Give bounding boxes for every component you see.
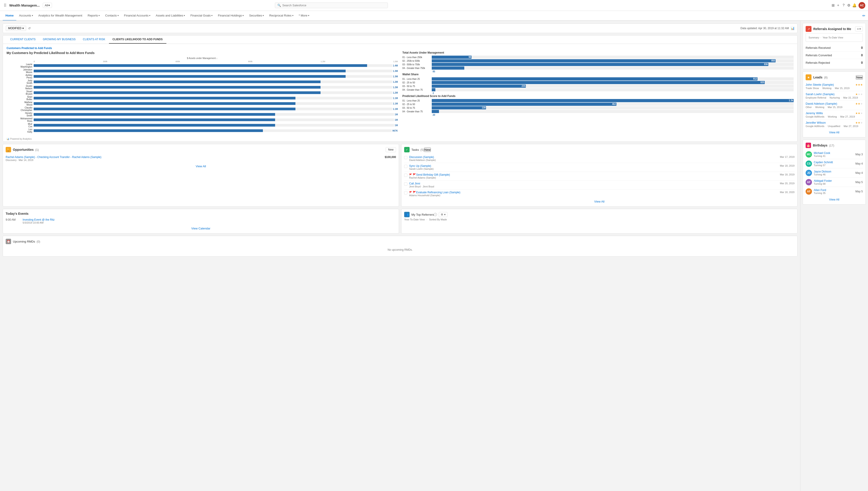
notifications-icon[interactable]: 🔔	[852, 3, 857, 7]
grid-icon[interactable]: ⊞	[832, 3, 835, 7]
nav-item-more[interactable]: * More ▾	[296, 11, 312, 21]
nav-item-home[interactable]: Home	[3, 11, 16, 21]
tasks-new-button[interactable]: New	[424, 148, 431, 152]
view-calendar: View Calendar	[6, 225, 396, 231]
modified-button[interactable]: MODIFIED ▾	[6, 26, 26, 31]
task-checkbox[interactable]	[404, 156, 407, 159]
task-checkbox[interactable]	[404, 165, 407, 168]
task-info: 🚩Evaluate Refinancing Loan (Sample) Adam…	[409, 191, 778, 197]
opportunity-sub: Discovery · Mar 14, 2019	[6, 159, 396, 162]
bar-fill	[34, 124, 275, 126]
opportunities-view-all-link[interactable]: View All	[196, 165, 206, 168]
lead-name-link[interactable]: David Adelson (Sample)	[806, 102, 837, 105]
search-bar[interactable]: 🔍	[275, 2, 388, 8]
task-name-link[interactable]: 🚩Send Birthday Gift (Sample)	[409, 173, 778, 176]
birthdays-view-all: View All	[806, 196, 863, 202]
hbar-value: 20	[432, 114, 435, 116]
birthdays-view-all-link[interactable]: View All	[829, 198, 839, 201]
lead-name-link[interactable]: Jennifer Wilson	[806, 121, 826, 124]
search-icon: 🔍	[277, 4, 281, 7]
refresh-icon[interactable]: ↺	[28, 26, 31, 30]
birthday-name-link[interactable]: Abbigail Foster	[814, 179, 854, 182]
bar-label: LaurieWashington	[6, 63, 34, 68]
leads-new-button[interactable]: New	[856, 75, 863, 80]
events-referrers-row: Today's Events 9:00 AM Investing Event @…	[3, 209, 798, 233]
birthday-name-link[interactable]: Michael Cook	[814, 151, 854, 155]
nav-item-assets[interactable]: Assets and Liabilities ▾	[153, 11, 188, 21]
chart-icon[interactable]: 📊	[791, 26, 795, 30]
bar-fill	[34, 118, 275, 121]
bar-value: 1.1M	[393, 103, 398, 105]
opportunity-name-link[interactable]: Rachel Adams (Sample) - Checking Account…	[6, 155, 101, 159]
right-bar-row: 03 - 50 to 75 139	[402, 106, 794, 109]
tasks-view-all-link[interactable]: View All	[594, 200, 604, 203]
help-icon[interactable]: ？	[842, 3, 845, 8]
bar-track	[34, 124, 394, 126]
task-name-link[interactable]: 🚩Evaluate Refinancing Loan (Sample)	[409, 191, 778, 194]
search-input[interactable]	[282, 4, 385, 7]
tab-growing-business[interactable]: GROWING MY BUSINESS	[39, 35, 79, 44]
bar-track	[34, 108, 392, 110]
nav-item-reports[interactable]: Reports ▾	[85, 11, 102, 21]
top-referrers-card: 👥 My Top Referrers i ⚙ ▾ Year-To-Date Vi…	[401, 209, 798, 233]
task-checkbox[interactable]	[404, 182, 407, 185]
bar-label: AshleyPerez	[6, 74, 34, 79]
nav-item-reciprocal-roles[interactable]: Reciprocal Roles ▾	[267, 11, 296, 21]
opportunity-amount: $100,000	[385, 155, 396, 159]
birthday-name-link[interactable]: Allan Ford	[814, 189, 854, 192]
event-item: 9:00 AM Investing Event @ the Ritz 5/3/2…	[6, 217, 396, 225]
todays-events-card: Today's Events 9:00 AM Investing Event @…	[3, 209, 399, 233]
left-bar-row: MohammedRoss 1M	[6, 117, 398, 122]
lead-item: David Adelson (Sample) ★★★ Other · Worki…	[806, 100, 863, 110]
app-launcher-icon[interactable]: ⠿	[3, 2, 7, 9]
nav-item-securities[interactable]: Securities ▾	[246, 11, 267, 21]
add-icon[interactable]: ＋	[836, 3, 840, 8]
edit-nav-icon[interactable]: ✏	[862, 13, 865, 18]
opportunity-item: Rachel Adams (Sample) - Checking Account…	[6, 154, 396, 163]
bar-label: SeanButler	[6, 96, 34, 100]
nav-item-contacts[interactable]: Contacts ▾	[102, 11, 121, 21]
birthday-name-link[interactable]: Jayce Dickson	[814, 170, 854, 173]
tab-current-clients[interactable]: CURRENT CLIENTS	[6, 35, 39, 44]
financial-accounts-chevron-icon: ▾	[149, 14, 150, 17]
right-chart-section: Total Assets Under Management 01 - Less …	[402, 51, 794, 69]
all-dropdown[interactable]: All ▾	[43, 3, 52, 8]
birthday-date: May 3	[855, 153, 863, 156]
task-name-link[interactable]: Discussion (Sample)	[409, 155, 778, 159]
birthday-name-link[interactable]: Cayden Schmitt	[814, 161, 854, 164]
right-bar-row: 01 - Less than 25 1.3k	[402, 99, 794, 102]
lead-item: Jennifer Wilson ★★★ Google AdWords · Unq…	[806, 120, 863, 129]
birthday-info: Allan Ford Turning 35	[814, 189, 854, 195]
task-sub: Jinni Boyd · Jinni Boyd	[409, 185, 778, 188]
tab-clients-likelihood[interactable]: CLIENTS LIKELIHOOD TO ADD FUNDS	[109, 35, 167, 44]
right-bar-row: 02 - 25 to 50 462	[402, 103, 794, 106]
referrals-settings-button[interactable]: ≡ ▾	[855, 26, 863, 31]
user-avatar[interactable]: AC	[859, 2, 865, 9]
bar-fill	[34, 86, 321, 89]
referrers-info-icon[interactable]: i	[434, 213, 437, 216]
lead-name-link[interactable]: Jeremy Willis	[806, 111, 823, 115]
birthday-sub: Turning 68	[814, 182, 854, 185]
tab-clients-at-risk[interactable]: CLIENTS AT RISK	[79, 35, 109, 44]
nav-item-accounts[interactable]: Accounts ▾	[16, 11, 35, 21]
task-checkbox[interactable]	[404, 191, 407, 195]
lead-item: Sarah Loehr (Sample) ★★★ Employee Referr…	[806, 91, 863, 100]
task-name-link[interactable]: Sync Up (Sample)	[409, 164, 778, 168]
opportunities-new-button[interactable]: New	[386, 147, 396, 152]
event-name-link[interactable]: Investing Event @ the Ritz	[23, 218, 55, 221]
settings-icon[interactable]: ⚙	[847, 3, 850, 7]
lead-stars: ★★★	[855, 102, 863, 105]
lead-name-link[interactable]: John Steele (Sample)	[806, 83, 834, 86]
lead-name-link[interactable]: Sarah Loehr (Sample)	[806, 92, 835, 96]
nav-item-analytics[interactable]: Analytics for Wealth Management	[36, 11, 85, 21]
task-checkbox[interactable]	[404, 174, 407, 177]
view-calendar-link[interactable]: View Calendar	[191, 227, 210, 230]
right-chart-section: Predicted Likelihood Score to Add Funds …	[402, 94, 794, 113]
bar-fill	[34, 108, 295, 110]
nav-item-financial-accounts[interactable]: Financial Accounts ▾	[121, 11, 153, 21]
nav-item-financial-goals[interactable]: Financial Goals ▾	[188, 11, 215, 21]
leads-view-all-link[interactable]: View All	[829, 131, 839, 134]
referrers-settings-button[interactable]: ⚙ ▾	[439, 212, 447, 217]
nav-item-financial-holdings[interactable]: Financial Holdings ▾	[215, 11, 246, 21]
task-name-link[interactable]: Call Jinni	[409, 182, 778, 185]
